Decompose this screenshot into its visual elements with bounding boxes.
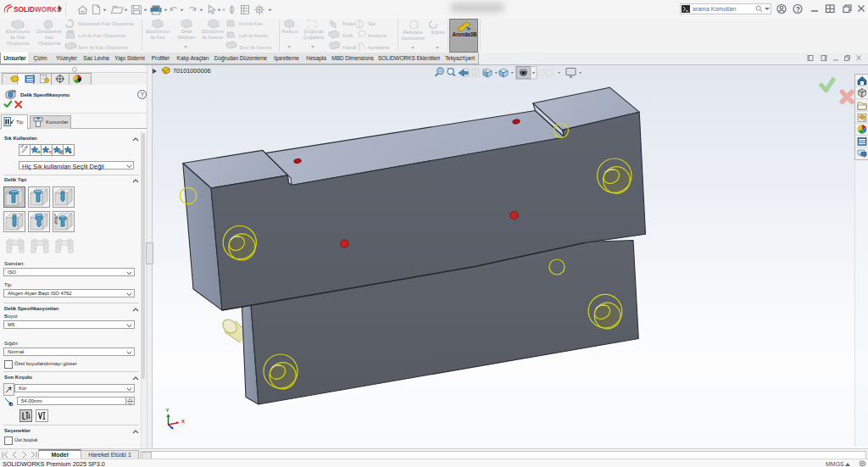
svg-text:SOLIDWORKS: SOLIDWORKS [14, 6, 62, 14]
svg-text:D: D [9, 402, 14, 407]
svg-text:?: ? [796, 5, 800, 14]
